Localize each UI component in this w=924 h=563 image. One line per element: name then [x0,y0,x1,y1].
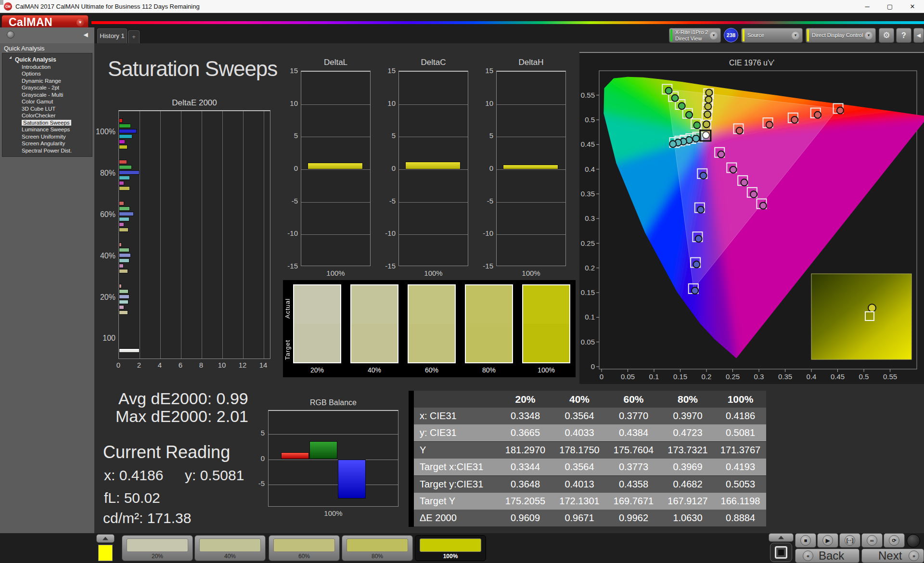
transport-play[interactable]: ▶ [817,533,838,548]
tree-expand-icon[interactable] [9,56,12,59]
logo-menu-caret-icon[interactable]: ▼ [77,19,84,26]
tab-history-1[interactable]: History 1 [97,28,127,43]
y-tick-label: -10 [379,229,396,237]
gridline [140,111,140,358]
measured-dot-blue [692,287,698,294]
table-value-cell: 0.4723 [661,424,715,441]
stop-icon: ■ [800,535,811,546]
table-value-cell: 0.3648 [498,476,552,493]
back-button[interactable]: «Back [795,549,860,563]
table-value-cell: 167.9127 [661,493,715,510]
gridline [497,169,565,170]
rgb-balance-chart [268,410,398,507]
measured-dot-red [837,107,844,114]
sidebar-item-screen-uniformity[interactable]: Screen Uniformity [22,134,65,140]
chevron-down-icon[interactable]: ▼ [865,32,873,39]
source-dropdown[interactable]: Source ▼ [741,28,803,43]
maximize-button[interactable]: ▢ [879,0,901,13]
group-label: 100% [85,128,116,136]
sidebar-item-grayscale-multi[interactable]: Grayscale - Multi [22,92,63,98]
app-icon: CM [4,2,12,11]
transport-range[interactable]: [··] [839,533,860,548]
sidebar-item-quick-analysis[interactable]: Quick Analysis [15,56,56,63]
saturation-button-20%[interactable]: 20% [122,535,193,561]
table-header-cell: 100% [715,391,766,408]
minimize-button[interactable]: ─ [856,0,878,13]
sidebar-item-color-gamut[interactable]: Color Gamut [22,99,53,104]
workflow-orb-icon[interactable] [7,31,14,38]
panel-up-button[interactable] [769,533,794,542]
current-reading-label: Current Reading [103,442,230,462]
swatch-label: 100% [522,366,570,374]
y-tick-label: -15 [477,262,493,270]
table-value-cell: 0.8884 [715,510,766,526]
sidebar-item-grayscale-2pt[interactable]: Grayscale - 2pt [22,85,59,90]
display-control-label: Direct Display Control [812,33,863,38]
transport-refresh[interactable]: ⟳ [884,533,905,548]
gridline [222,111,223,358]
y-tick-label: 5 [379,131,396,140]
chevron-down-icon[interactable]: ▼ [792,32,799,39]
sidebar-item-screen-angularity[interactable]: Screen Angularity [22,141,65,146]
saturation-button-100%[interactable]: 100% [415,535,486,561]
palette-up-button[interactable] [96,534,115,543]
next-chevrons-icon: » [909,550,919,561]
deltae-chart-title: DeltaE 2000 [118,98,270,108]
sidebar-item-3d-cube-lut[interactable]: 3D Cube LUT [22,106,55,112]
saturation-button-40%[interactable]: 40% [194,535,266,561]
session-count-badge[interactable]: 238 [724,28,738,42]
transport-loop[interactable]: ∞ [861,533,883,548]
saturation-button-60%[interactable]: 60% [269,535,340,561]
current-color-chip[interactable] [98,545,113,561]
measured-dot-green [672,95,679,102]
sidebar-collapse-icon[interactable]: ◀ [81,30,90,39]
gridline [301,202,370,203]
table-value-cell: 0.4033 [552,424,606,441]
sidebar-item-options[interactable]: Options [22,71,41,77]
sidebar-item-saturation-sweeps[interactable]: Saturation Sweeps [22,120,71,126]
cie-svg: CIE 1976 u'v' 00.050.10.150.20.250.30.35… [579,53,924,385]
close-button[interactable]: ✕ [901,0,924,13]
sidebar-item-colorchecker[interactable]: ColorChecker [22,113,55,118]
display-control-status-stripe [807,29,809,41]
pattern-inner-square [778,550,784,555]
next-button[interactable]: Next» [861,549,924,563]
table-value-cell: 0.3344 [498,459,552,475]
delta-bar [405,162,461,169]
measured-dot-blue [693,261,700,268]
fl-reading: fL: 50.02 [104,490,160,506]
deltae-bar [119,348,140,353]
x-tick-label: 2 [132,361,146,369]
y-tick-label: 10 [282,99,298,107]
cdm2-reading: cd/m²: 171.38 [103,510,191,526]
transport-stop[interactable]: ■ [795,533,816,548]
pattern-window-button[interactable] [770,543,792,562]
table-header-cell: 40% [552,391,606,408]
swatch-actual [351,285,398,324]
gridline [264,111,264,358]
svg-text:0.5: 0.5 [585,115,595,124]
meter-dropdown[interactable]: X-Rite i1Pro 2 Direct View ▼ [669,28,721,43]
table-header-cell [414,391,498,408]
sidebar-item-dynamic-range[interactable]: Dynamic Range [22,78,61,84]
sidebar-item-luminance-sweeps[interactable]: Luminance Sweeps [22,127,70,132]
x-cat-label: 100% [496,269,566,277]
add-tab-button[interactable]: + [128,30,140,43]
workflow-tree: Quick AnalysisIntroductionOptionsDynamic… [2,53,92,157]
measured-dot-yellow [705,103,711,110]
help-icon[interactable]: ? [896,28,911,43]
gear-icon[interactable]: ⚙ [879,28,894,43]
chevron-down-icon[interactable]: ▼ [710,32,718,39]
measured-dot-magenta [750,191,757,198]
svg-text:0.35: 0.35 [778,372,792,381]
table-value-cell: 0.4384 [606,424,661,441]
measured-dot-green [666,87,672,94]
panel-collapse-icon[interactable]: ◀ [913,28,924,43]
measured-dot-red [814,112,821,118]
sidebar-item-spectral-power-dist-[interactable]: Spectral Power Dist. [22,148,72,154]
gridline [497,137,565,137]
deltae-chart-labels: 02468101214100%80%60%40%20%100 [0,0,3,5]
sidebar-item-introduction[interactable]: Introduction [22,64,51,70]
saturation-button-80%[interactable]: 80% [342,535,413,561]
display-control-dropdown[interactable]: Direct Display Control ▼ [806,28,876,43]
